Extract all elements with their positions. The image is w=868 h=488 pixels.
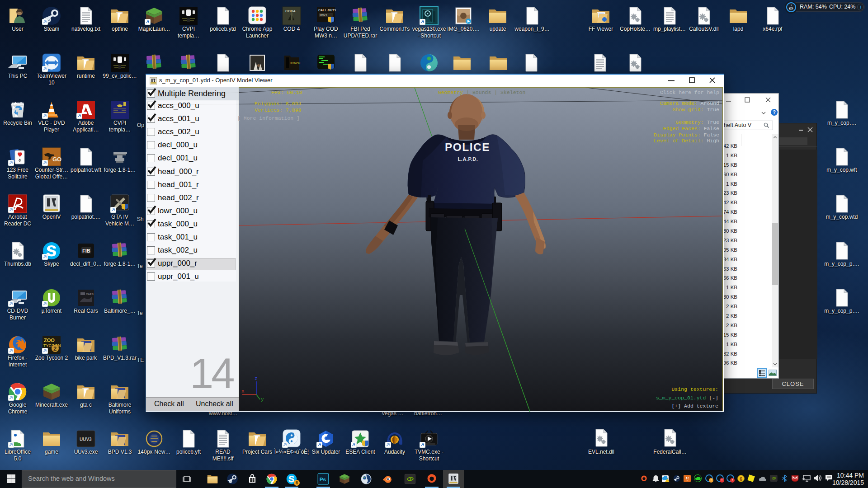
svg-text:z: z — [255, 376, 258, 381]
svg-text:POLICE: POLICE — [445, 141, 490, 153]
svg-text:y: y — [261, 397, 264, 402]
svg-text:x: x — [241, 389, 245, 394]
svg-text:L.A.P.D.: L.A.P.D. — [458, 156, 478, 162]
